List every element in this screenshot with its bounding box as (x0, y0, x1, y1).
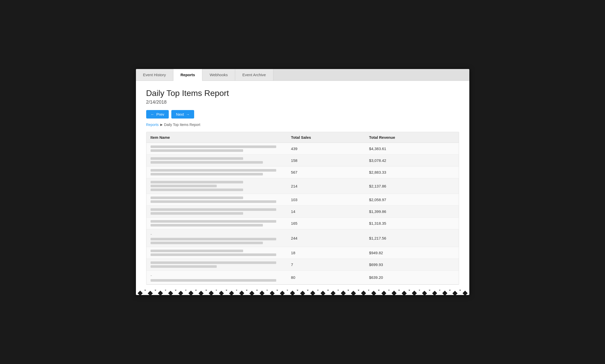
placeholder-bar (151, 181, 243, 183)
col-header-total-revenue: Total Revenue (365, 132, 459, 143)
placeholder-bar (151, 242, 263, 244)
placeholder-bar (151, 208, 276, 211)
placeholder-bar (151, 279, 276, 282)
cell-total-revenue: $639.20 (365, 271, 459, 284)
placeholder-bar (151, 173, 263, 175)
data-table-container: Item Name Total Sales Total Revenue 439$… (146, 132, 459, 285)
table-row: 14$1,399.86 (146, 206, 459, 218)
table-row: -80$639.20 (146, 271, 459, 284)
cell-item-name (146, 178, 287, 194)
cell-total-revenue: $1,217.56 (365, 229, 459, 247)
tab-webhooks[interactable]: Webhooks (202, 69, 235, 81)
placeholder-bar (151, 189, 243, 191)
cell-item-name (146, 194, 287, 206)
table-row: 158$3,078.42 (146, 155, 459, 166)
table-row: 7$699.93 (146, 259, 459, 271)
placeholder-bar (151, 149, 243, 152)
cell-total-sales: 567 (287, 166, 365, 178)
placeholder-bar (151, 224, 263, 227)
placeholder-bar (151, 212, 243, 215)
cell-total-revenue: $2,137.86 (365, 178, 459, 194)
placeholder-bar (151, 185, 217, 187)
cell-total-revenue: $4,383.61 (365, 143, 459, 155)
next-arrow-icon: → (186, 112, 190, 116)
breadcrumb-reports-link[interactable]: Reports (146, 123, 159, 127)
placeholder-bar (151, 196, 243, 199)
cell-total-revenue: $1,399.86 (365, 206, 459, 218)
navigation-buttons: ← Prev Next → (146, 110, 459, 119)
placeholder-bar (151, 157, 243, 160)
cell-total-sales: 18 (287, 247, 365, 259)
placeholder-bar (151, 253, 276, 256)
cell-item-name (146, 166, 287, 178)
breadcrumb: Reports ▶ Daily Top Items Report (146, 123, 459, 127)
tab-reports[interactable]: Reports (173, 69, 203, 81)
table-header-row: Item Name Total Sales Total Revenue (146, 132, 459, 143)
col-header-item-name: Item Name (146, 132, 287, 143)
placeholder-bar (151, 169, 276, 172)
zigzag-border (136, 290, 469, 295)
cell-total-revenue: $1,318.35 (365, 218, 459, 229)
placeholder-dot: - (151, 232, 283, 237)
placeholder-dot: - (151, 273, 283, 278)
table-row: 567$2,883.33 (146, 166, 459, 178)
data-table: Item Name Total Sales Total Revenue 439$… (146, 132, 459, 284)
cell-total-revenue: $949.82 (365, 247, 459, 259)
placeholder-bar (151, 161, 263, 164)
main-window: Event History Reports Webhooks Event Arc… (136, 69, 469, 295)
tab-event-archive[interactable]: Event Archive (235, 69, 273, 81)
placeholder-bar (151, 261, 276, 264)
cell-total-sales: 214 (287, 178, 365, 194)
cell-total-sales: 244 (287, 229, 365, 247)
table-row: 18$949.82 (146, 247, 459, 259)
placeholder-bar (151, 238, 276, 240)
placeholder-bar (151, 200, 276, 203)
placeholder-bar (151, 145, 276, 148)
page-date: 2/14/2018 (146, 100, 459, 105)
placeholder-bar (151, 220, 276, 223)
table-row: 439$4,383.61 (146, 143, 459, 155)
cell-total-sales: 158 (287, 155, 365, 166)
cell-item-name (146, 155, 287, 166)
table-row: 165$1,318.35 (146, 218, 459, 229)
breadcrumb-separator: ▶ (160, 123, 163, 126)
placeholder-bar (151, 265, 217, 268)
table-row: 214$2,137.86 (146, 178, 459, 194)
cell-total-sales: 439 (287, 143, 365, 155)
cell-item-name (146, 143, 287, 155)
table-row: 103$2,058.97 (146, 194, 459, 206)
next-button[interactable]: Next → (171, 110, 194, 119)
cell-total-sales: 14 (287, 206, 365, 218)
cell-total-revenue: $2,883.33 (365, 166, 459, 178)
content-area: Daily Top Items Report 2/14/2018 ← Prev … (136, 81, 469, 290)
table-row: -244$1,217.56 (146, 229, 459, 247)
col-header-total-sales: Total Sales (287, 132, 365, 143)
cell-total-revenue: $699.93 (365, 259, 459, 271)
cell-item-name (146, 206, 287, 218)
page-title: Daily Top Items Report (146, 88, 459, 98)
cell-total-revenue: $2,058.97 (365, 194, 459, 206)
cell-item-name: - (146, 229, 287, 247)
tab-bar: Event History Reports Webhooks Event Arc… (136, 69, 469, 81)
cell-total-revenue: $3,078.42 (365, 155, 459, 166)
placeholder-bar (151, 250, 243, 252)
cell-item-name (146, 218, 287, 229)
cell-item-name (146, 247, 287, 259)
breadcrumb-current: Daily Top Items Report (164, 123, 200, 127)
prev-button[interactable]: ← Prev (146, 110, 169, 119)
cell-total-sales: 7 (287, 259, 365, 271)
cell-item-name: - (146, 271, 287, 284)
tab-event-history[interactable]: Event History (136, 69, 173, 81)
cell-item-name (146, 259, 287, 271)
cell-total-sales: 103 (287, 194, 365, 206)
cell-total-sales: 80 (287, 271, 365, 284)
cell-total-sales: 165 (287, 218, 365, 229)
prev-arrow-icon: ← (151, 112, 154, 116)
